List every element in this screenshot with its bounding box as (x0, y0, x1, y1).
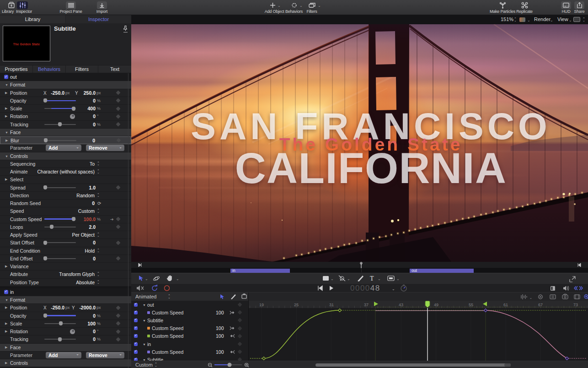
svg-text:⌄: ⌄ (396, 277, 400, 281)
svg-text:67: 67 (538, 303, 543, 307)
svg-text:⌄: ⌄ (176, 277, 179, 281)
svg-text:19: 19 (259, 303, 264, 307)
svg-text:31: 31 (329, 303, 334, 307)
svg-text:61: 61 (503, 303, 508, 307)
svg-text:⌄: ⌄ (145, 277, 148, 281)
svg-text:55: 55 (469, 303, 473, 307)
svg-text:⌄: ⌄ (347, 277, 350, 281)
svg-text:⌄: ⌄ (529, 296, 532, 299)
svg-text:43: 43 (399, 303, 403, 307)
svg-text:⌄: ⌄ (392, 287, 395, 291)
svg-text:49: 49 (434, 303, 438, 307)
svg-text:73: 73 (573, 303, 578, 307)
svg-text:T: T (370, 275, 374, 282)
svg-text:⌄: ⌄ (378, 277, 381, 281)
svg-text:37: 37 (364, 303, 369, 307)
svg-text:⌄: ⌄ (331, 277, 334, 281)
svg-text:25: 25 (294, 303, 299, 307)
